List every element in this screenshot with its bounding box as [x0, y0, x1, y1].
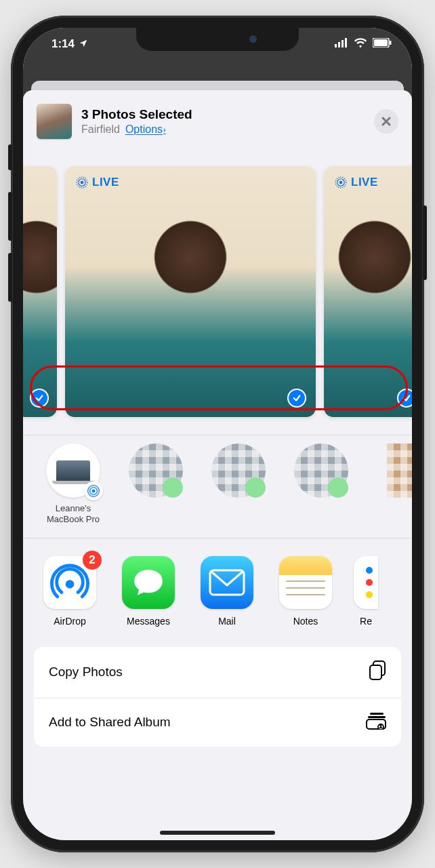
copy-icon [369, 660, 386, 684]
share-sheet-header: 3 Photos Selected Fairfield Options› [23, 90, 412, 150]
airdrop-device[interactable]: Leanne's MacBook Pro [37, 443, 110, 526]
airdrop-icon: 2 [43, 556, 96, 609]
messages-icon [122, 556, 175, 609]
airdrop-contacts-row[interactable]: Leanne's MacBook Pro [23, 435, 412, 538]
photo-preview[interactable]: LIVE [65, 166, 316, 417]
options-link[interactable]: Options› [125, 123, 166, 136]
action-copy-photos[interactable]: Copy Photos [34, 647, 401, 698]
avatar-icon [211, 443, 266, 498]
svg-rect-19 [370, 665, 381, 679]
svg-point-16 [66, 580, 75, 589]
svg-rect-3 [345, 38, 347, 47]
live-icon [76, 176, 88, 189]
share-apps-row[interactable]: 2 AirDrop Messages Mail [23, 538, 412, 640]
svg-rect-1 [338, 42, 340, 47]
share-sheet: 3 Photos Selected Fairfield Options› [23, 90, 412, 840]
contact[interactable] [119, 443, 192, 526]
svg-point-10 [339, 181, 343, 184]
screen: 1:14 3 Phot [23, 28, 412, 840]
photo-preview[interactable] [23, 166, 57, 417]
photos-preview-row[interactable]: LIVE LIVE [23, 150, 412, 435]
app-notes[interactable]: Notes [275, 556, 336, 627]
contact[interactable] [367, 443, 412, 526]
svg-point-13 [92, 490, 96, 493]
airdrop-icon [84, 481, 103, 500]
checkmark-icon [287, 389, 306, 408]
svg-point-7 [81, 181, 84, 184]
location-arrow-icon [79, 39, 88, 50]
close-button[interactable] [374, 109, 398, 134]
live-icon [335, 176, 347, 189]
avatar-icon [129, 443, 183, 498]
photo-preview[interactable]: LIVE [324, 166, 412, 417]
app-airdrop[interactable]: 2 AirDrop [39, 556, 100, 627]
notes-icon [279, 556, 332, 609]
svg-rect-6 [390, 41, 392, 45]
status-time: 1:14 [51, 37, 75, 51]
svg-rect-5 [374, 39, 388, 46]
checkmark-icon [30, 389, 49, 408]
home-indicator[interactable] [160, 831, 275, 835]
live-badge: LIVE [76, 176, 119, 189]
phone-frame: 1:14 3 Phot [11, 16, 424, 852]
checkmark-icon [397, 389, 412, 408]
svg-rect-20 [370, 713, 384, 715]
svg-rect-2 [341, 40, 344, 47]
laptop-icon [56, 460, 90, 481]
mail-icon [201, 556, 253, 609]
battery-icon [373, 37, 392, 51]
selection-location: Fairfield [81, 123, 120, 136]
avatar-icon [387, 443, 412, 498]
app-partial[interactable]: Re [354, 556, 378, 627]
app-icon [354, 556, 378, 609]
svg-point-24 [380, 725, 382, 727]
contact[interactable] [202, 443, 275, 526]
selection-title: 3 Photos Selected [81, 107, 365, 122]
cellular-icon [335, 37, 348, 51]
actions-list: Copy Photos Add to Shared Album [34, 647, 401, 747]
notification-badge: 2 [83, 551, 102, 570]
app-mail[interactable]: Mail [196, 556, 257, 627]
app-messages[interactable]: Messages [118, 556, 179, 627]
chevron-right-icon: › [163, 125, 166, 134]
airdrop-device-label: Leanne's MacBook Pro [37, 503, 110, 526]
notch [136, 28, 299, 51]
shared-album-icon [366, 712, 386, 733]
selection-thumbnail [37, 104, 72, 139]
avatar-icon [294, 443, 348, 498]
svg-rect-0 [335, 44, 337, 47]
svg-rect-21 [368, 716, 386, 718]
live-badge: LIVE [335, 176, 378, 189]
contact[interactable] [285, 443, 358, 526]
wifi-icon [354, 37, 367, 51]
action-add-to-shared-album[interactable]: Add to Shared Album [34, 698, 401, 747]
